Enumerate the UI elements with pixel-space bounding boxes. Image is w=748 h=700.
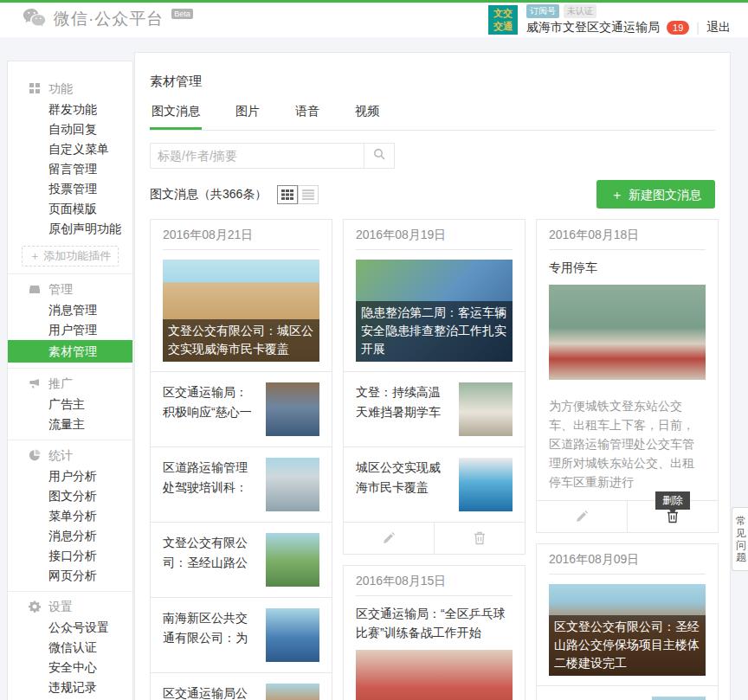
article-list-item[interactable]: 南海新区公共交通有限公司：为一线驾驶 [151, 597, 332, 672]
plus-icon: ＋ [610, 187, 623, 202]
sidebar-item-original-statement[interactable]: 原创声明功能 [8, 219, 132, 239]
delete-button[interactable]: 删除 [627, 501, 718, 532]
list-view-toggle[interactable] [298, 185, 319, 204]
article-card: 2016年08月18日 专用停车 为方便城铁文登东站公交车、出租车上下客，日前，… [536, 219, 719, 533]
list-header: 图文消息（共366条） ＋新建图文消息 [150, 180, 715, 209]
divider [549, 574, 706, 575]
avatar-text-2: 交通 [488, 20, 518, 33]
sidebar-item-user-analysis[interactable]: 用户分析 [8, 466, 132, 486]
grid-column-2: 2016年08月19日 隐患整治第二周：客运车辆安全隐患排查整治工作扎实开展 文… [343, 219, 526, 700]
sidebar-item-menu-analysis[interactable]: 菜单分析 [8, 506, 132, 526]
cover-title: 隐患整治第二周：客运车辆安全隐患排查整治工作扎实开展 [356, 301, 513, 362]
grid-column-3: 2016年08月18日 专用停车 为方便城铁文登东站公交车、出租车上下客，日前，… [536, 219, 719, 700]
account-area: 文交 交通 订阅号 未认证 威海市文登区交通运输局 19 | 退出 [488, 4, 731, 35]
notification-count-badge[interactable]: 19 [667, 21, 689, 35]
sidebar-item-message-analysis[interactable]: 消息分析 [8, 526, 132, 546]
plus-icon: ＋ [29, 249, 44, 262]
article-cover[interactable]: 区文登公交有限公司：圣经山路公交停保场项目主楼体二楼建设完工 [549, 584, 706, 676]
article-list-item[interactable]: 区道路运输管理处驾驶培训科：暑期即将结 [151, 446, 332, 522]
section-title: 统计 [48, 448, 73, 464]
logout-button[interactable]: 退出 [706, 20, 731, 35]
article-list-item[interactable]: 威海市道路运输管理处检查指导我区维修企业 [537, 685, 718, 700]
sidebar-item-page-template[interactable]: 页面模版 [8, 199, 132, 219]
card-date: 2016年08月09日 [537, 544, 718, 574]
cover-title: 区文登公交有限公司：圣经山路公交停保场项目主楼体二楼建设完工 [549, 615, 706, 676]
sidebar-item-auto-reply[interactable]: 自动回复 [8, 119, 132, 139]
sidebar-item-web-analysis[interactable]: 网页分析 [8, 566, 132, 586]
article-title: 城区公交实现威海市民卡覆盖 [356, 458, 452, 498]
article-list-item[interactable]: 文登：持续高温天难挡暑期学车热 [344, 371, 525, 446]
search-input[interactable] [150, 143, 364, 169]
delete-tooltip: 删除 [655, 491, 690, 510]
sidebar-section-features: 功能 群发功能 自动回复 自定义菜单 留言管理 投票管理 页面模版 原创声明功能… [8, 74, 132, 273]
brand-title: 微信·公众平台 [54, 8, 164, 30]
sidebar-item-advertiser[interactable]: 广告主 [8, 395, 132, 414]
section-title: 功能 [48, 81, 73, 97]
sidebar-item-article-analysis[interactable]: 图文分析 [8, 486, 132, 506]
tab-video[interactable]: 视频 [353, 104, 381, 130]
unverified-badge: 未认证 [564, 4, 596, 18]
tab-images[interactable]: 图片 [234, 104, 261, 130]
edit-button[interactable] [537, 501, 627, 532]
header: 微信·公众平台 Beta 文交 交通 订阅号 未认证 威海市文登区交通运输局 1… [0, 3, 748, 37]
search-button[interactable] [364, 143, 395, 169]
article-cover[interactable] [356, 650, 513, 700]
article-title: 区交通运输局公路建设管理处：圣海路南圈中 [163, 684, 259, 700]
article-title[interactable]: 区交通运输局：“全区乒乓球比赛”训练备战工作开始 [344, 596, 525, 644]
sidebar-item-comment-mgmt[interactable]: 留言管理 [8, 159, 132, 179]
divider [356, 249, 513, 250]
article-title: 区交通运输局：积极响应“慈心一日捐”活动 [163, 382, 259, 423]
tab-audio[interactable]: 语音 [293, 104, 321, 130]
sidebar-item-message-mgmt[interactable]: 消息管理 [8, 300, 132, 320]
section-title: 推广 [48, 376, 73, 392]
card-date: 2016年08月19日 [344, 220, 525, 249]
article-thumbnail [266, 608, 319, 662]
subscription-type-badge: 订阅号 [526, 4, 559, 18]
article-card: 2016年08月09日 区文登公交有限公司：圣经山路公交停保场项目主楼体二楼建设… [536, 543, 719, 700]
sidebar-item-violation-record[interactable]: 违规记录 [8, 678, 132, 697]
account-info: 订阅号 未认证 威海市文登区交通运输局 19 | 退出 [526, 4, 731, 35]
article-cover[interactable]: 隐患整治第二周：客运车辆安全隐患排查整治工作扎实开展 [356, 260, 513, 362]
sidebar-item-wechat-verify[interactable]: 微信认证 [8, 638, 132, 658]
article-thumbnail [459, 382, 513, 436]
card-actions: 删除 [537, 500, 718, 532]
article-thumbnail [266, 382, 319, 436]
add-plugin-button[interactable]: ＋ 添加功能插件 [22, 246, 119, 267]
article-list-item[interactable]: 区交通运输局：积极响应“慈心一日捐”活动 [151, 371, 332, 446]
sidebar-item-mass-send[interactable]: 群发功能 [8, 100, 132, 119]
cover-title: 文登公交有限公司：城区公交实现威海市民卡覆盖 [163, 319, 319, 362]
article-thumbnail [266, 458, 319, 511]
sidebar-item-material-mgmt[interactable]: 素材管理 [8, 340, 132, 363]
sidebar-item-security-center[interactable]: 安全中心 [8, 658, 132, 678]
article-cover[interactable] [549, 285, 706, 380]
divider [163, 249, 319, 250]
article-cover[interactable]: 文登公交有限公司：城区公交实现威海市民卡覆盖 [163, 260, 319, 362]
edit-button[interactable] [344, 523, 434, 554]
wechat-logo-icon [23, 8, 46, 32]
article-thumbnail [652, 697, 706, 700]
sidebar-item-user-mgmt[interactable]: 用户管理 [8, 320, 132, 340]
sidebar-section-statistics: 统计 用户分析 图文分析 菜单分析 消息分析 接口分析 网页分析 [8, 440, 132, 591]
sidebar-item-traffic-owner[interactable]: 流量主 [8, 414, 132, 434]
article-title[interactable]: 专用停车 [537, 250, 718, 279]
brand: 微信·公众平台 Beta [23, 8, 193, 32]
sidebar-item-account-settings[interactable]: 公众号设置 [8, 618, 132, 638]
header-divider: | [696, 21, 700, 35]
page-title: 素材管理 [150, 74, 715, 90]
article-list-item[interactable]: 文登公交有限公司：圣经山路公交停保场建设 [151, 522, 332, 597]
sidebar-item-api-analysis[interactable]: 接口分析 [8, 546, 132, 566]
article-grid: 2016年08月21日 文登公交有限公司：城区公交实现威海市民卡覆盖 区交通运输… [150, 219, 715, 700]
faq-side-tab[interactable]: 常见问题 [732, 507, 748, 571]
sidebar-section-settings: 设置 公众号设置 微信认证 安全中心 违规记录 [8, 591, 132, 700]
sidebar-item-custom-menu[interactable]: 自定义菜单 [8, 139, 132, 159]
article-card: 2016年08月21日 文登公交有限公司：城区公交实现威海市民卡覆盖 区交通运输… [150, 219, 332, 700]
article-title: 文登公交有限公司：圣经山路公交停保场建设 [163, 533, 259, 574]
article-list-item[interactable]: 城区公交实现威海市民卡覆盖 [344, 446, 525, 522]
new-article-button[interactable]: ＋新建图文消息 [596, 180, 715, 209]
tab-articles[interactable]: 图文消息 [150, 104, 202, 130]
article-list-item[interactable]: 区交通运输局公路建设管理处：圣海路南圈中 [151, 672, 332, 700]
search-icon [373, 148, 385, 164]
sidebar-item-vote-mgmt[interactable]: 投票管理 [8, 179, 132, 199]
delete-button[interactable] [434, 523, 525, 554]
grid-view-toggle[interactable] [277, 185, 298, 204]
